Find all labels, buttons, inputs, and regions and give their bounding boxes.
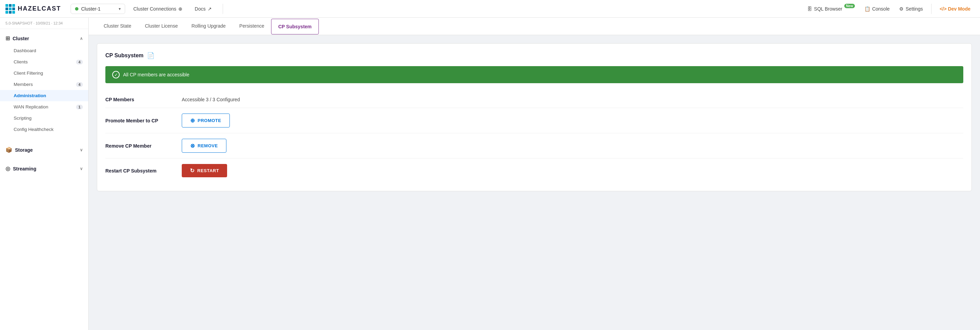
logo-dot-8 [9, 11, 11, 14]
sql-browser-new-badge: New [844, 4, 855, 8]
storage-box-icon: 📦 [5, 147, 12, 153]
sidebar-item-members-label: Members [14, 82, 33, 87]
sidebar-streaming-section: ◎ Streaming ∨ [0, 159, 88, 178]
tabs-bar: Cluster State Cluster License Rolling Up… [89, 18, 980, 35]
sidebar-streaming-header-left: ◎ Streaming [5, 165, 36, 172]
storage-section-chevron-icon: ∨ [80, 148, 83, 152]
sidebar-storage-header[interactable]: 📦 Storage ∨ [0, 143, 88, 157]
cp-members-row: CP Members Accessible 3 / 3 Configured [105, 91, 963, 108]
sidebar-item-config-healthcheck-label: Config Healthcheck [14, 127, 54, 132]
remove-cp-member-label: Remove CP Member [105, 143, 173, 149]
logo-dot-7 [5, 11, 8, 14]
settings-label: Settings [906, 6, 923, 11]
sidebar-header-left: ⊞ Cluster [5, 35, 29, 41]
restart-refresh-icon: ↻ [190, 167, 195, 174]
remove-button[interactable]: ⊗ REMOVE [182, 139, 226, 153]
cluster-grid-icon: ⊞ [5, 35, 10, 41]
promote-member-label: Promote Member to CP [105, 118, 173, 124]
cp-members-label: CP Members [105, 97, 173, 102]
content-area: CP Subsystem 📄 ✓ All CP members are acce… [89, 35, 980, 200]
sidebar-item-scripting-label: Scripting [14, 116, 32, 121]
logo: HAZELCAST [5, 4, 61, 14]
dev-mode-code-icon: </> [940, 6, 947, 11]
sidebar-item-scripting[interactable]: Scripting [0, 113, 88, 124]
sidebar-storage-header-left: 📦 Storage [5, 147, 33, 153]
logo-dot-5 [9, 8, 11, 10]
logo-dot-2 [9, 4, 11, 7]
promote-button-label: PROMOTE [198, 118, 221, 123]
restart-cp-subsystem-row: Restart CP Subsystem ↻ RESTART [105, 159, 963, 183]
nav-divider-1 [223, 4, 223, 14]
sidebar-item-client-filtering-label: Client Filtering [14, 71, 43, 76]
tab-cluster-license-label: Cluster License [145, 23, 178, 29]
nav-right: 🗄 SQL Browser New 📋 Console ⚙ Settings <… [803, 4, 975, 14]
sidebar-streaming-header[interactable]: ◎ Streaming ∨ [0, 162, 88, 175]
sidebar-item-administration[interactable]: Administration [0, 90, 88, 101]
sidebar-item-clients[interactable]: Clients 4 [0, 56, 88, 68]
sql-browser-label: SQL Browser [814, 6, 842, 11]
restart-button[interactable]: ↻ RESTART [182, 164, 227, 177]
dev-mode-button[interactable]: </> Dev Mode [935, 4, 975, 14]
docs-button[interactable]: Docs ↗ [191, 4, 216, 14]
cp-members-value: Accessible 3 / 3 Configured [182, 97, 240, 102]
top-nav: HAZELCAST Cluster-1 ▾ Cluster Connection… [0, 0, 980, 18]
sidebar-item-config-healthcheck[interactable]: Config Healthcheck [0, 124, 88, 135]
console-icon: 📋 [864, 6, 870, 11]
cluster-connections-button[interactable]: Cluster Connections ⊕ [129, 4, 186, 14]
sidebar-item-clients-badge: 4 [76, 60, 83, 64]
sidebar-item-client-filtering[interactable]: Client Filtering [0, 68, 88, 79]
logo-dot-3 [12, 4, 15, 7]
sidebar-item-administration-label: Administration [14, 93, 46, 98]
sidebar-version: 5.0-SNAPSHOT · 10/09/21 · 12:34 [0, 18, 88, 29]
logo-dot-9 [12, 11, 15, 14]
logo-dot-4 [5, 8, 8, 10]
sidebar-item-members[interactable]: Members 4 [0, 79, 88, 90]
status-banner: ✓ All CP members are accessible [105, 66, 963, 83]
sidebar-cluster-header[interactable]: ⊞ Cluster ∧ [0, 32, 88, 45]
card-title-doc-icon: 📄 [147, 52, 154, 59]
tab-cluster-state[interactable]: Cluster State [97, 18, 138, 35]
sidebar-cluster-items: Dashboard Clients 4 Client Filtering Mem… [0, 45, 88, 138]
cluster-selector[interactable]: Cluster-1 ▾ [71, 4, 125, 14]
promote-button[interactable]: ⊕ PROMOTE [182, 114, 230, 127]
sidebar-storage-section: 📦 Storage ∨ [0, 140, 88, 159]
sidebar-item-wan-replication[interactable]: WAN Replication 1 [0, 101, 88, 113]
sql-browser-button[interactable]: 🗄 SQL Browser New [803, 4, 859, 14]
docs-label: Docs [195, 6, 205, 11]
cluster-status-dot [75, 7, 78, 11]
status-check-icon: ✓ [112, 71, 120, 78]
settings-button[interactable]: ⚙ Settings [895, 4, 927, 14]
sidebar: 5.0-SNAPSHOT · 10/09/21 · 12:34 ⊞ Cluste… [0, 18, 89, 330]
main-content: Cluster State Cluster License Rolling Up… [89, 18, 980, 330]
tab-persistence[interactable]: Persistence [232, 18, 271, 35]
console-label: Console [872, 6, 889, 11]
streaming-circle-icon: ◎ [5, 165, 10, 172]
tab-cp-subsystem[interactable]: CP Subsystem [271, 19, 319, 35]
sidebar-item-dashboard[interactable]: Dashboard [0, 45, 88, 56]
tab-rolling-upgrade[interactable]: Rolling Upgrade [185, 18, 232, 35]
card-title: CP Subsystem 📄 [105, 52, 963, 59]
sidebar-item-clients-label: Clients [14, 59, 28, 64]
tab-cluster-license[interactable]: Cluster License [138, 18, 185, 35]
restart-button-label: RESTART [197, 168, 219, 173]
cluster-connections-add-icon: ⊕ [178, 6, 183, 11]
streaming-section-chevron-icon: ∨ [80, 167, 83, 171]
settings-gear-icon: ⚙ [899, 6, 904, 11]
cluster-section-chevron-icon: ∧ [80, 36, 83, 41]
console-button[interactable]: 📋 Console [860, 4, 894, 14]
cluster-connections-label: Cluster Connections [133, 6, 176, 11]
promote-up-icon: ⊕ [190, 117, 195, 124]
promote-member-row: Promote Member to CP ⊕ PROMOTE [105, 108, 963, 133]
status-message: All CP members are accessible [123, 72, 189, 78]
layout: 5.0-SNAPSHOT · 10/09/21 · 12:34 ⊞ Cluste… [0, 18, 980, 330]
sidebar-item-wan-replication-badge: 1 [76, 105, 83, 109]
nav-divider-2 [931, 4, 932, 14]
dev-mode-label: Dev Mode [948, 6, 970, 11]
cluster-name: Cluster-1 [81, 6, 116, 11]
tab-cp-subsystem-label: CP Subsystem [278, 24, 312, 29]
cluster-chevron-icon: ▾ [119, 6, 121, 11]
remove-button-label: REMOVE [198, 143, 218, 148]
logo-text: HAZELCAST [18, 5, 61, 12]
sidebar-item-dashboard-label: Dashboard [14, 48, 36, 53]
sidebar-cluster-label: Cluster [13, 36, 29, 41]
